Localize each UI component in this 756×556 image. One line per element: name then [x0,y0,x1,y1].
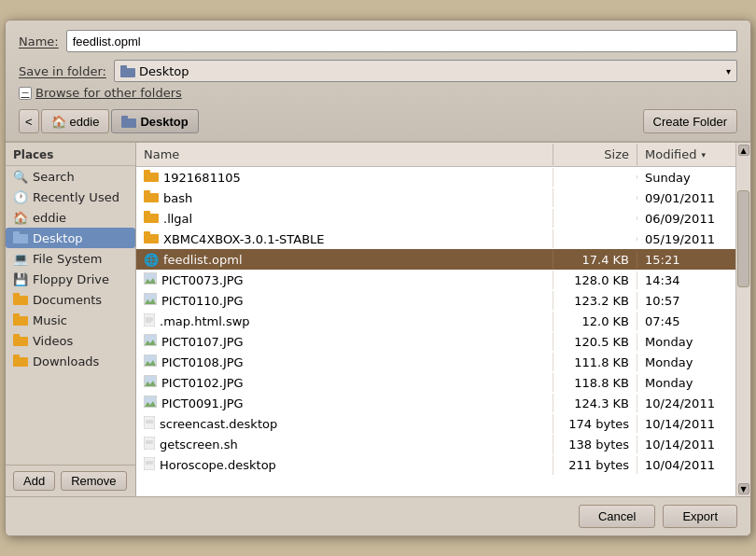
sidebar-item-label: Downloads [33,354,99,368]
chevron-down-icon: ▾ [726,66,731,76]
svg-rect-7 [13,334,20,338]
breadcrumb1-label: eddie [70,115,100,129]
sidebar-item-label: Recently Used [33,190,119,204]
toolbar-left: < 🏠 eddie Desktop [19,109,199,133]
table-row[interactable]: PICT0091.JPG 124.3 KB 10/24/2011 [136,393,735,413]
image-icon [144,293,157,308]
svg-rect-22 [145,294,156,301]
breadcrumb2-label: Desktop [140,115,188,129]
name-input[interactable] [66,30,737,52]
sidebar-item-label: Music [33,313,67,327]
videos-folder-icon [13,333,28,348]
svg-rect-8 [13,357,28,367]
cancel-button[interactable]: Cancel [579,505,655,528]
table-row[interactable]: PICT0102.JPG 118.8 KB Monday [136,372,735,393]
sidebar-item-floppy[interactable]: 💾 Floppy Drive [6,269,135,289]
main-area: Places 🔍 Search 🕐 Recently Used 🏠 eddie [6,142,750,496]
save-in-value: Desktop [139,64,189,78]
svg-rect-15 [144,211,150,215]
sidebar-item-label: Desktop [33,231,83,245]
toolbar-row: < 🏠 eddie Desktop Create Folder [19,105,737,135]
add-button[interactable]: Add [13,471,55,491]
table-row[interactable]: .llgal 06/09/2011 [136,208,735,229]
col-name-header[interactable]: Name [136,144,553,165]
save-in-label: Save in folder: [19,64,106,78]
back-icon: < [25,115,33,129]
back-button[interactable]: < [19,109,39,133]
save-in-combo[interactable]: Desktop ▾ [114,60,737,82]
sidebar-item-label: eddie [33,211,66,225]
svg-rect-5 [13,313,20,317]
sidebar-item-filesystem[interactable]: 💻 File System [6,248,135,269]
file-icon [144,437,155,452]
scroll-up-button[interactable]: ▲ [738,145,749,156]
export-dialog: Name: Save in folder: Desktop ▾ − Browse… [5,20,751,536]
svg-rect-35 [145,376,156,383]
sort-arrow-icon: ▾ [701,150,706,160]
table-row[interactable]: PICT0107.JPG 120.5 KB Monday [136,331,735,352]
table-row[interactable]: PICT0108.JPG 111.8 KB Monday [136,352,735,372]
col-size-header[interactable]: Size [553,144,637,165]
svg-rect-10 [144,173,159,182]
table-row[interactable]: PICT0073.JPG 128.0 KB 14:34 [136,270,735,290]
file-list-area: Name Size Modified ▾ 1921681105 Sunday [136,143,735,496]
image-icon [144,396,157,410]
sidebar-item-music[interactable]: Music [6,310,135,330]
table-row[interactable]: bash 09/01/2011 [136,188,735,208]
sidebar-item-eddie[interactable]: 🏠 eddie [6,207,135,228]
svg-rect-3 [13,293,20,297]
folder-icon [144,211,159,226]
sidebar-item-label: Floppy Drive [33,272,109,286]
svg-rect-13 [144,190,150,194]
table-row[interactable]: Horoscope.desktop 211 bytes 10/04/2011 [136,454,735,475]
scrollbar[interactable]: ▲ ▼ [735,143,750,496]
dialog-footer: Cancel Export [6,496,750,535]
sidebar-item-search[interactable]: 🔍 Search [6,166,135,187]
image-icon [144,334,157,349]
table-row[interactable]: 1921681105 Sunday [136,167,735,188]
svg-rect-38 [145,396,156,404]
browse-toggle[interactable]: − Browse for other folders [19,86,182,100]
music-folder-icon [13,313,28,327]
sidebar-item-recently-used[interactable]: 🕐 Recently Used [6,187,135,207]
file-list: 1921681105 Sunday bash 09/01/2011 [136,167,735,496]
sidebar-item-documents[interactable]: Documents [6,289,135,310]
svg-rect-2 [13,296,28,305]
svg-rect-16 [144,234,159,243]
create-folder-button[interactable]: Create Folder [643,109,737,133]
sidebar-bottom: Add Remove [6,465,135,496]
svg-rect-12 [144,193,159,202]
col-modified-header[interactable]: Modified ▾ [637,144,735,165]
sidebar-item-desktop[interactable]: Desktop [6,228,135,248]
table-row[interactable]: PICT0110.JPG 123.2 KB 10:57 [136,290,735,311]
svg-rect-1 [13,231,20,235]
svg-rect-14 [144,214,159,223]
file-list-header: Name Size Modified ▾ [136,143,735,167]
folder-icon [144,190,159,205]
svg-rect-9 [13,354,20,358]
filesystem-icon: 💻 [13,251,28,266]
table-row[interactable]: getscreen.sh 138 bytes 10/14/2011 [136,434,735,454]
table-row[interactable]: 🌐 feedlist.opml 17.4 KB 15:21 [136,249,735,270]
sidebar-item-downloads[interactable]: Downloads [6,351,135,371]
name-label: Name: [19,35,59,49]
sidebar-header: Places [6,143,135,166]
sidebar-item-label: Videos [33,334,73,348]
breadcrumb-desktop[interactable]: Desktop [111,109,198,133]
table-row[interactable]: .map.html.swp 12.0 KB 07:45 [136,311,735,331]
export-button[interactable]: Export [663,505,737,528]
recently-used-icon: 🕐 [13,189,28,204]
name-row: Name: [19,30,737,52]
sidebar-item-videos[interactable]: Videos [6,330,135,351]
remove-button[interactable]: Remove [61,471,126,491]
breadcrumb-eddie[interactable]: 🏠 eddie [41,109,110,133]
scroll-down-button[interactable]: ▼ [738,483,749,494]
image-icon [144,354,157,369]
table-row[interactable]: XBMC4XBOX-3.0.1-STABLE 05/19/2011 [136,229,735,249]
search-icon: 🔍 [13,169,28,184]
save-in-row: Save in folder: Desktop ▾ [19,60,737,82]
table-row[interactable]: screencast.desktop 174 bytes 10/14/2011 [136,413,735,434]
desktop-icon [13,230,28,245]
svg-rect-6 [13,337,28,346]
scroll-thumb[interactable] [737,190,749,287]
